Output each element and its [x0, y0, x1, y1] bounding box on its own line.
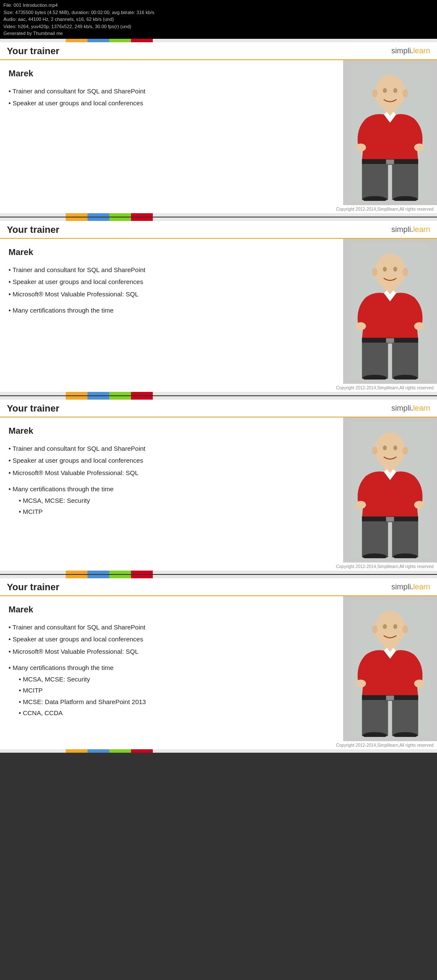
slide-4: Your trainer simpli.learn Marek Trainer …: [0, 575, 437, 753]
simplilearn-logo: simpli.learn: [391, 225, 430, 234]
svg-point-26: [383, 267, 387, 271]
slide-3: Your trainer simpli.learn Marek Trainer …: [0, 396, 437, 574]
trainer-name: Marek: [9, 605, 335, 615]
bullet-item: Trainer and consultant for SQL and Share…: [9, 85, 335, 98]
sub-bullet-item: MCSA, MCSE: Security: [19, 674, 335, 685]
simplilearn-logo: simpli.learn: [391, 404, 430, 413]
svg-point-46: [375, 611, 405, 646]
bullet-item: Trainer and consultant for SQL and Share…: [9, 264, 335, 276]
slide-top-bar: [0, 396, 437, 400]
bullet-item: Speaker at user groups and local confere…: [9, 455, 335, 467]
bullet-item: Microsoft® Most Valuable Professional: S…: [9, 646, 335, 658]
file-info-line2: Size: 4735500 bytes (4.52 MiB), duration…: [3, 9, 434, 16]
svg-point-14: [402, 89, 408, 97]
svg-point-31: [375, 432, 405, 467]
slide-header: Your trainer simpli.learn: [0, 42, 437, 60]
slide-top-bar: [0, 575, 437, 578]
slide-text: Marek Trainer and consultant for SQL and…: [0, 60, 343, 205]
svg-point-48: [355, 679, 366, 687]
slide-bottom-bar: [0, 571, 437, 574]
svg-rect-6: [386, 159, 394, 164]
bullet-list: Trainer and consultant for SQL and Share…: [9, 264, 335, 317]
cert-bullet-item: Many certifications through the time MCS…: [9, 483, 335, 519]
file-info-line5: Generated by Thumbnail me: [3, 30, 434, 37]
bullet-item: Microsoft® Most Valuable Professional: S…: [9, 467, 335, 479]
svg-point-13: [372, 89, 378, 97]
sub-bullet-item: MCITP: [19, 685, 335, 696]
svg-point-1: [375, 75, 405, 110]
svg-point-18: [355, 322, 366, 330]
slide-content: Marek Trainer and consultant for SQL and…: [0, 60, 437, 205]
slide-footer: Copyright 2012-2014,Simplilearn,All righ…: [0, 205, 437, 213]
file-info-bar: File: 001 Introduction.mp4 Size: 4735500…: [0, 0, 437, 39]
person-image: [343, 418, 437, 562]
svg-point-49: [414, 679, 424, 687]
svg-point-3: [355, 143, 366, 151]
slide-top-bar: [0, 217, 437, 221]
logo-simpli: simpli: [391, 225, 411, 234]
slide-photo: [343, 60, 437, 205]
svg-point-59: [402, 625, 408, 633]
svg-point-56: [383, 624, 387, 629]
slide-text: Marek Trainer and consultant for SQL and…: [0, 418, 343, 562]
slide-bottom-bar: [0, 213, 437, 217]
slide-title: Your trainer: [7, 582, 59, 593]
slides-container: Your trainer simpli.learn Marek Trainer …: [0, 39, 437, 753]
slide-title: Your trainer: [7, 46, 59, 57]
svg-point-28: [372, 268, 378, 276]
bullet-item: Speaker at user groups and local confere…: [9, 633, 335, 646]
bullet-list: Trainer and consultant for SQL and Share…: [9, 85, 335, 110]
slide-content: Marek Trainer and consultant for SQL and…: [0, 596, 437, 741]
svg-rect-21: [386, 338, 394, 343]
svg-point-33: [355, 501, 366, 509]
cert-bullet-item: Many certifications through the time: [9, 304, 335, 317]
slide-text: Marek Trainer and consultant for SQL and…: [0, 596, 343, 741]
person-image: [343, 596, 437, 741]
svg-point-16: [375, 253, 405, 289]
svg-point-29: [402, 268, 408, 276]
svg-point-41: [383, 445, 387, 450]
svg-rect-53: [392, 700, 418, 736]
logo-simpli: simpli: [391, 583, 411, 591]
file-info-line3: Audio: aac, 44100 Hz, 2 channels, s16, 6…: [3, 16, 434, 23]
svg-point-43: [372, 447, 378, 455]
svg-rect-36: [386, 517, 394, 522]
bullet-list: Trainer and consultant for SQL and Share…: [9, 621, 335, 720]
svg-point-12: [393, 88, 397, 93]
slide-top-bar: [0, 39, 437, 42]
logo-simpli: simpli: [391, 46, 411, 55]
svg-point-11: [383, 88, 387, 93]
svg-point-34: [414, 501, 424, 509]
bullet-item: Speaker at user groups and local confere…: [9, 97, 335, 110]
bullet-item: Microsoft® Most Valuable Professional: S…: [9, 288, 335, 301]
bullet-item: Trainer and consultant for SQL and Share…: [9, 443, 335, 455]
svg-rect-22: [362, 342, 388, 379]
logo-learn: learn: [413, 583, 430, 591]
slide-photo: [343, 596, 437, 741]
svg-rect-8: [392, 164, 418, 200]
slide-1: Your trainer simpli.learn Marek Trainer …: [0, 39, 437, 217]
slide-text: Marek Trainer and consultant for SQL and…: [0, 239, 343, 384]
svg-point-42: [393, 445, 397, 450]
sub-bullet-item: CCNA, CCDA: [19, 707, 335, 719]
sub-bullet-item: MCSE: Data Platform and SharePoint 2013: [19, 696, 335, 708]
logo-learn: learn: [413, 404, 430, 412]
slide-2: Your trainer simpli.learn Marek Trainer …: [0, 217, 437, 395]
slide-footer: Copyright 2012-2014,Simplilearn,All righ…: [0, 562, 437, 571]
logo-simpli: simpli: [391, 404, 411, 412]
slide-title: Your trainer: [7, 224, 59, 235]
sub-bullet-item: MCSA, MCSE: Security: [19, 495, 335, 507]
slide-photo: [343, 418, 437, 562]
svg-point-27: [393, 267, 397, 271]
sub-bullet-list: MCSA, MCSE: SecurityMCITPMCSE: Data Plat…: [9, 674, 335, 719]
simplilearn-logo: simpli.learn: [391, 46, 430, 55]
svg-rect-52: [362, 700, 388, 736]
logo-learn: learn: [413, 46, 430, 55]
svg-rect-51: [386, 696, 394, 700]
trainer-name: Marek: [9, 247, 335, 257]
svg-rect-7: [362, 164, 388, 200]
trainer-name: Marek: [9, 426, 335, 436]
simplilearn-logo: simpli.learn: [391, 583, 430, 591]
logo-learn: learn: [413, 225, 430, 234]
file-info-line1: File: 001 Introduction.mp4: [3, 2, 434, 9]
